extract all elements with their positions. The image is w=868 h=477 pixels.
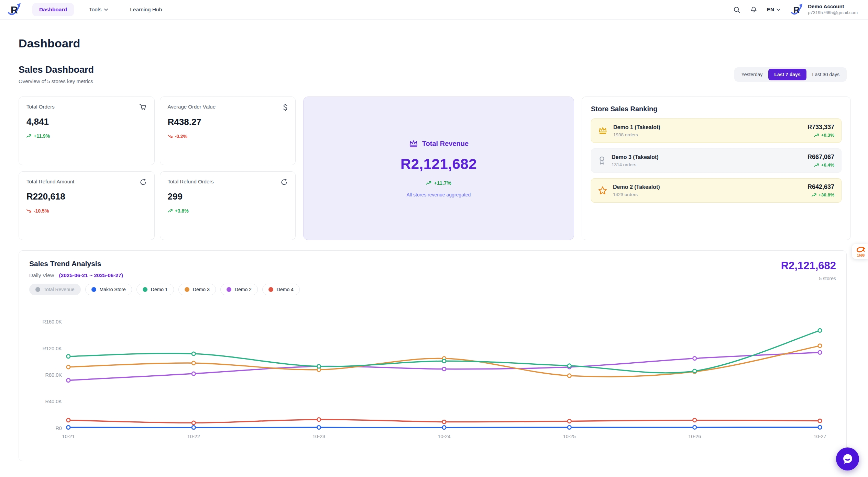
data-point-makro-store[interactable] [192, 425, 195, 429]
data-point-demo-1[interactable] [67, 355, 70, 358]
crown-icon [598, 126, 607, 135]
account-menu[interactable]: R Demo Account p731957665@gmail.com [790, 3, 858, 16]
legend-dot [143, 287, 147, 292]
metric-delta: -0.2% [168, 134, 288, 139]
data-point-makro-store[interactable] [693, 425, 696, 429]
data-point-demo-2[interactable] [442, 367, 446, 371]
bell-icon [750, 6, 757, 13]
data-point-demo-1[interactable] [442, 359, 446, 363]
data-point-demo-4[interactable] [568, 419, 571, 423]
ranking-row[interactable]: Demo 3 (Takealot) 1314 orders R667,067 +… [591, 148, 842, 173]
data-point-makro-store[interactable] [317, 425, 320, 429]
data-point-demo-2[interactable] [67, 378, 70, 382]
legend-dot [35, 287, 40, 292]
trend-up-icon [426, 181, 431, 185]
chart-x-tick-label: 10-21 [62, 434, 75, 439]
data-point-demo-4[interactable] [67, 418, 70, 422]
legend-chip[interactable]: Demo 3 [178, 284, 216, 295]
brand-logo[interactable]: R [7, 2, 22, 17]
supplier-1688-label: 1688 [857, 253, 865, 257]
data-point-demo-4[interactable] [192, 421, 195, 424]
data-point-makro-store[interactable] [568, 425, 571, 429]
chat-button[interactable] [836, 447, 859, 470]
metric-value: 4,841 [26, 116, 147, 127]
nav-item-tools[interactable]: Tools [82, 3, 115, 16]
chart-x-tick-label: 10-22 [187, 434, 200, 439]
metric-value: R438.27 [168, 117, 288, 127]
legend-chip[interactable]: Makro Store [85, 284, 132, 295]
dollar-icon [283, 104, 288, 111]
legend-label: Demo 3 [193, 287, 210, 292]
main-content: Dashboard Sales Dashboard Overview of 5 … [0, 37, 868, 461]
legend-dot [91, 287, 96, 292]
range-button-last-7-days[interactable]: Last 7 days [768, 69, 806, 80]
data-point-demo-1[interactable] [317, 365, 320, 368]
revenue-caption: All stores revenue aggregated [407, 192, 471, 197]
store-name: Demo 3 (Takealot) [612, 154, 802, 160]
legend-chip[interactable]: Total Revenue [29, 284, 81, 295]
data-point-makro-store[interactable] [818, 425, 822, 429]
language-selector[interactable]: EN [767, 7, 781, 13]
nav-item-dashboard[interactable]: Dashboard [32, 3, 74, 16]
store-sales-ranking-panel: Store Sales Ranking Demo 1 (Takealot) 19… [582, 96, 851, 240]
metric-value: 299 [168, 191, 288, 202]
primary-nav: Dashboard Tools Learning Hub [32, 3, 169, 16]
ranking-row[interactable]: Demo 1 (Takealot) 1938 orders R733,337 +… [591, 118, 842, 143]
trend-line-demo-1 [68, 330, 820, 373]
data-point-demo-1[interactable] [192, 352, 195, 355]
search-button[interactable] [733, 6, 740, 13]
data-point-demo-3[interactable] [568, 374, 571, 377]
range-button-yesterday[interactable]: Yesterday [736, 69, 769, 80]
refund-rotate-icon [140, 179, 147, 186]
data-point-demo-4[interactable] [818, 419, 822, 422]
section-subtitle: Overview of 5 stores key metrics [19, 78, 94, 84]
data-point-demo-4[interactable] [317, 418, 320, 421]
sales-trend-card: Sales Trend Analysis Daily View (2025-06… [19, 250, 847, 461]
legend-chip[interactable]: Demo 1 [136, 284, 174, 295]
legend-label: Demo 2 [235, 287, 252, 292]
sales-trend-chart[interactable]: R0R40.0KR80.0KR120.0KR160.0K10-2110-2210… [29, 296, 836, 451]
data-point-demo-4[interactable] [442, 420, 446, 423]
store-orders: 1423 orders [613, 192, 802, 197]
data-point-demo-2[interactable] [693, 356, 696, 360]
legend-label: Demo 4 [277, 287, 294, 292]
medal-icon [598, 156, 606, 165]
data-point-demo-1[interactable] [818, 329, 822, 332]
metric-card: Total Refund Orders 299 +3.8% [160, 171, 296, 240]
data-point-demo-1[interactable] [693, 369, 696, 373]
data-point-demo-4[interactable] [693, 418, 696, 422]
data-point-makro-store[interactable] [442, 425, 446, 429]
metric-delta: -10.5% [26, 208, 147, 214]
metric-value: R220,618 [26, 191, 147, 202]
data-point-demo-3[interactable] [818, 344, 822, 348]
date-range-group: Yesterday Last 7 days Last 30 days [734, 67, 847, 82]
chevron-down-icon [104, 9, 108, 11]
trend-date-range[interactable]: (2025-06-21 ~ 2025-06-27) [59, 272, 123, 278]
nav-item-learning-hub[interactable]: Learning Hub [123, 3, 169, 16]
legend-dot [227, 287, 231, 292]
chart-x-tick-label: 10-27 [814, 434, 826, 439]
data-point-demo-3[interactable] [192, 361, 195, 365]
ranking-row[interactable]: Demo 2 (Takealot) 1423 orders R642,637 +… [591, 178, 842, 203]
store-delta: +30.8% [807, 192, 834, 197]
range-button-last-30-days[interactable]: Last 30 days [806, 69, 845, 80]
section-title: Sales Dashboard [19, 65, 94, 75]
chart-y-tick-label: R160.0K [43, 319, 62, 325]
search-icon [733, 6, 740, 13]
data-point-demo-1[interactable] [568, 364, 571, 367]
data-point-demo-3[interactable] [67, 365, 70, 369]
notifications-button[interactable] [750, 6, 757, 13]
metric-card: Total Orders 4,841 +11.9% [19, 96, 155, 165]
legend-label: Demo 1 [151, 287, 168, 292]
trend-view-label: Daily View [29, 272, 54, 278]
ranking-title: Store Sales Ranking [591, 105, 842, 113]
account-name: Demo Account [808, 3, 858, 10]
trend-total-value: R2,121,682 [781, 260, 836, 272]
supplier-1688-badge[interactable]: 1688 [852, 244, 868, 259]
chart-x-tick-label: 10-25 [563, 434, 576, 439]
data-point-demo-2[interactable] [192, 372, 195, 375]
data-point-demo-2[interactable] [818, 351, 822, 354]
data-point-makro-store[interactable] [67, 425, 70, 429]
legend-chip[interactable]: Demo 2 [220, 284, 258, 295]
legend-chip[interactable]: Demo 4 [262, 284, 300, 295]
